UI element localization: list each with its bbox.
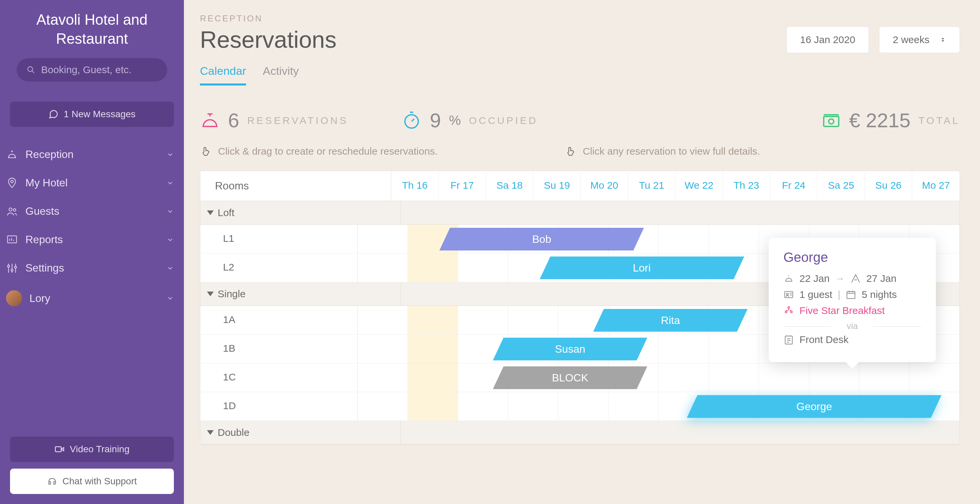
svg-point-34 — [791, 311, 792, 312]
hint-click: Click any reservation to view full detai… — [565, 145, 760, 157]
guest-count: 1 guest — [799, 289, 832, 300]
svg-point-25 — [786, 293, 788, 295]
sidebar-item-reports[interactable]: Reports — [0, 225, 184, 254]
svg-line-20 — [412, 119, 414, 122]
collapse-icon — [207, 292, 214, 296]
search-input[interactable] — [41, 64, 157, 76]
range-value: 2 weeks — [893, 34, 929, 46]
sidebar-item-settings[interactable]: Settings — [0, 254, 184, 282]
svg-rect-15 — [55, 447, 61, 452]
reservation-lori[interactable]: Lori — [540, 257, 744, 279]
source-name: Front Desk — [799, 334, 849, 346]
svg-point-2 — [11, 181, 13, 183]
svg-point-12 — [8, 265, 10, 267]
user-name: Lory — [29, 292, 50, 304]
room-label: L1 — [200, 225, 358, 253]
group-row-loft[interactable]: Loft — [200, 201, 959, 225]
room-label: 1C — [200, 363, 358, 392]
messages-label: 1 New Messages — [64, 109, 136, 120]
chevron-down-icon — [167, 208, 174, 215]
hand-icon — [200, 145, 212, 157]
day-header: Fr 17 — [439, 171, 486, 201]
chat-label: Chat with Support — [62, 476, 137, 487]
reservation-block[interactable]: BLOCK — [493, 366, 648, 389]
source-icon — [783, 334, 794, 345]
calendar-grid[interactable]: Rooms Th 16 Fr 17 Sa 18 Su 19 Mo 20 Tu 2… — [200, 171, 960, 445]
tabs: Calendar Activity — [200, 53, 960, 86]
search-icon — [27, 65, 35, 74]
plan-icon — [783, 305, 794, 316]
sidebar-item-myhotel[interactable]: My Hotel — [0, 169, 184, 197]
sidebar-item-user[interactable]: Lory — [0, 282, 184, 314]
bell-icon — [200, 111, 220, 131]
checkin-date: 22 Jan — [799, 273, 830, 284]
day-header: Mo 20 — [581, 171, 628, 201]
chevron-down-icon — [167, 179, 174, 187]
date-picker[interactable]: 16 Jan 2020 — [786, 26, 869, 53]
svg-rect-28 — [847, 292, 855, 299]
tab-calendar[interactable]: Calendar — [200, 65, 246, 86]
stat-label: RESERVATIONS — [247, 115, 348, 126]
via-label: via — [783, 321, 921, 331]
reservation-bob[interactable]: Bob — [439, 228, 644, 250]
day-header: Su 19 — [533, 171, 581, 201]
collapse-icon — [207, 211, 214, 215]
rooms-header: Rooms — [200, 171, 391, 201]
range-select[interactable]: 2 weeks — [879, 26, 960, 53]
search-input-wrap[interactable] — [17, 58, 167, 81]
sidebar: Atavoli Hotel and Restaurant 1 New Messa… — [0, 0, 184, 504]
people-icon — [6, 205, 18, 217]
tab-activity[interactable]: Activity — [263, 65, 299, 86]
guest-icon — [783, 289, 794, 300]
svg-point-33 — [785, 311, 787, 312]
day-header: Mo 27 — [912, 171, 959, 201]
chevron-down-icon — [167, 295, 174, 302]
video-icon — [54, 444, 65, 454]
chevron-down-icon — [167, 265, 174, 272]
chat-support-button[interactable]: Chat with Support — [10, 469, 174, 494]
reservation-tooltip: George 22 Jan → 27 Jan 1 guest | 5 night… — [769, 238, 936, 362]
room-row[interactable]: 1D George — [200, 392, 959, 421]
chat-icon — [48, 109, 59, 119]
reservation-george[interactable]: George — [687, 395, 942, 418]
breadcrumb: RECEPTION — [200, 13, 960, 24]
sidebar-item-guests[interactable]: Guests — [0, 197, 184, 225]
svg-point-3 — [9, 208, 12, 211]
day-header: We 22 — [675, 171, 723, 201]
checkout-icon — [850, 273, 861, 284]
sidebar-item-reception[interactable]: Reception — [0, 140, 184, 169]
stat-amount: € 2215 — [849, 109, 911, 132]
stat-reservations: 6 RESERVATIONS — [200, 109, 348, 132]
video-label: Video Training — [70, 444, 130, 455]
svg-point-13 — [11, 269, 13, 271]
group-label: Single — [218, 288, 245, 300]
nav-label: Reports — [25, 233, 63, 246]
svg-point-14 — [15, 266, 17, 268]
bell-icon — [6, 149, 18, 161]
nights-count: 5 nights — [862, 289, 897, 300]
reservation-susan[interactable]: Susan — [493, 338, 648, 360]
nights-icon — [846, 289, 856, 300]
group-row-double[interactable]: Double — [200, 421, 959, 445]
day-header: Tu 21 — [628, 171, 676, 201]
collapse-icon — [207, 430, 214, 435]
room-label: 1A — [200, 306, 358, 334]
report-icon — [6, 234, 18, 246]
day-header: Su 26 — [865, 171, 912, 201]
svg-point-0 — [28, 67, 33, 72]
svg-marker-17 — [942, 38, 944, 39]
stat-count: 6 — [228, 109, 239, 132]
reservation-rita[interactable]: Rita — [593, 309, 748, 332]
svg-point-4 — [13, 209, 16, 211]
messages-button[interactable]: 1 New Messages — [10, 101, 174, 127]
date-value: 16 Jan 2020 — [800, 34, 855, 46]
nav: Reception My Hotel Guests Reports Settin — [0, 140, 184, 430]
checkout-date: 27 Jan — [866, 273, 896, 284]
video-training-button[interactable]: Video Training — [10, 436, 174, 462]
nav-label: Reception — [25, 148, 73, 161]
nav-label: My Hotel — [25, 177, 68, 189]
pin-icon — [6, 177, 18, 189]
stat-occupied: 9 % OCCUPIED — [402, 109, 538, 132]
day-header: Sa 25 — [818, 171, 865, 201]
hint-drag: Click & drag to create or reschedule res… — [200, 145, 438, 157]
